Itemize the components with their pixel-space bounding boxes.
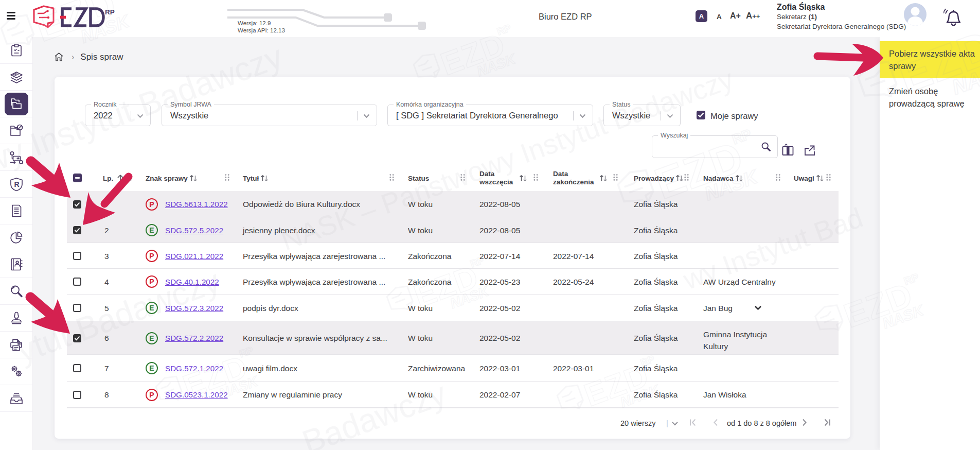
svg-text:R: R xyxy=(14,180,19,188)
svg-text:RP: RP xyxy=(105,8,115,16)
